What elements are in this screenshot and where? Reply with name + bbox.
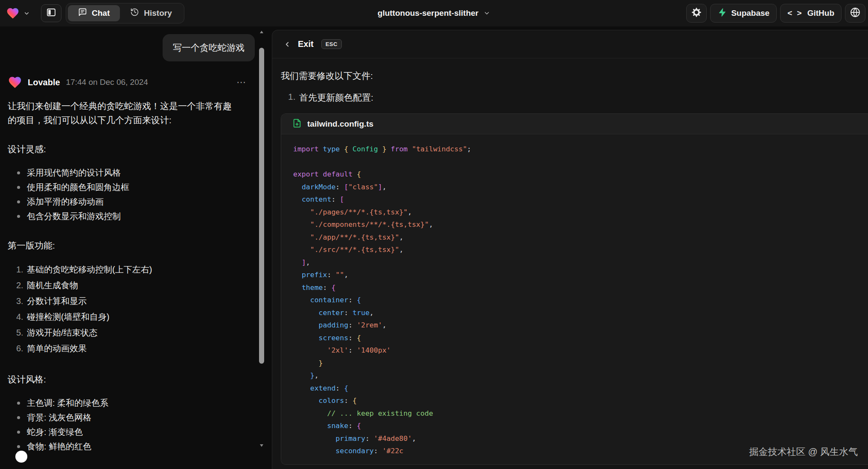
top-bar: Chat History gluttonous-serpent-slither — [0, 0, 868, 26]
recording-cursor-dot — [15, 451, 27, 463]
bullet-dot — [17, 171, 20, 174]
code-line: }, — [293, 369, 868, 382]
sidebar-toggle-button[interactable] — [41, 4, 61, 22]
list-item: 3.分数计算和显示 — [16, 293, 259, 309]
supabase-button[interactable]: Supabase — [710, 4, 777, 23]
gear-icon — [691, 7, 702, 20]
code-line: content: [ — [293, 193, 868, 206]
file-card-header[interactable]: tailwind.config.ts — [281, 114, 868, 134]
scrollbar-down-arrow[interactable] — [260, 444, 263, 447]
file-plus-icon — [292, 119, 302, 130]
code-block[interactable]: import type { Config } from "tailwindcss… — [281, 134, 868, 464]
code-line: prefix: "", — [293, 269, 868, 281]
lovable-logo-heart-icon[interactable] — [6, 6, 20, 20]
settings-button[interactable] — [686, 4, 707, 23]
chat-bubble-icon — [78, 8, 87, 19]
tab-chat-label: Chat — [92, 9, 110, 18]
code-line: '2xl': '1400px' — [293, 344, 868, 357]
code-line: // ... keep existing code — [293, 407, 868, 420]
bullet-dot — [17, 200, 20, 203]
code-line: screens: { — [293, 332, 868, 345]
intro-line: 的项目，我们可以从以下几个方面来设计: — [8, 113, 259, 127]
bullet-dot — [17, 445, 20, 448]
list-item: 添加平滑的移动动画 — [17, 194, 259, 209]
section-title-features: 第一版功能: — [8, 240, 259, 252]
chat-history-segmented-control: Chat History — [66, 3, 184, 23]
panel-left-icon — [46, 7, 56, 19]
globe-icon — [850, 7, 861, 20]
file-card: tailwind.config.ts import type { Config … — [281, 113, 868, 465]
code-line — [293, 156, 868, 168]
code-line: container: { — [293, 294, 868, 307]
code-line: export default { — [293, 168, 868, 181]
assistant-name: Lovable — [28, 78, 60, 87]
bullet-dot — [17, 431, 20, 434]
code-line: import type { Config } from "tailwindcss… — [293, 143, 868, 156]
list-item: 1.基础的贪吃蛇移动控制(上下左右) — [16, 262, 259, 278]
code-line: primary: '#4ade80', — [293, 432, 868, 445]
code-line: "./components/**/*.{ts,tsx}", — [293, 218, 868, 231]
github-button[interactable]: < > GitHub — [780, 4, 842, 23]
list-item: 4.碰撞检测(墙壁和自身) — [16, 309, 259, 325]
scrollbar-up-arrow[interactable] — [260, 31, 263, 33]
list-item: 主色调: 柔和的绿色系 — [17, 396, 259, 410]
project-name-menu[interactable]: gluttonous-serpent-slither — [378, 9, 490, 18]
code-line: colors: { — [293, 394, 868, 407]
code-line: "./pages/**/*.{ts,tsx}", — [293, 206, 868, 219]
code-line: snake: { — [293, 420, 868, 432]
scrollbar-thumb[interactable] — [259, 48, 264, 364]
watermark-text: 掘金技术社区 @ 风生水气 — [749, 446, 858, 458]
chat-panel: 写一个贪吃蛇游戏 Lovable 17:44 on Dec 06, 2024 ⋯… — [0, 26, 259, 469]
exit-button[interactable]: Exit — [298, 39, 314, 49]
section-title-inspiration: 设计灵感: — [8, 143, 259, 155]
list-item: 2.随机生成食物 — [16, 278, 259, 293]
step-text: 首先更新颜色配置: — [299, 92, 373, 104]
project-name: gluttonous-serpent-slither — [378, 9, 478, 18]
builder-body: 我们需要修改以下文件: 1. 首先更新颜色配置: tailwind.config… — [272, 58, 868, 465]
message-menu-dots[interactable]: ⋯ — [236, 77, 247, 88]
project-chevron-down-icon — [484, 10, 490, 17]
tab-history[interactable]: History — [120, 5, 182, 21]
chat-scrollbar[interactable] — [259, 26, 265, 469]
code-line: padding: '2rem', — [293, 319, 868, 332]
code-line: "./app/**/*.{ts,tsx}", — [293, 231, 868, 244]
list-item: 食物: 鲜艳的红色 — [17, 439, 259, 454]
message-timestamp: 17:44 on Dec 06, 2024 — [66, 78, 148, 87]
history-clock-icon — [130, 8, 139, 19]
bullet-dot — [17, 186, 20, 189]
bullet-dot — [17, 215, 20, 218]
bullet-dot — [17, 416, 20, 419]
lovable-avatar-heart-icon — [8, 75, 22, 90]
code-line: ], — [293, 256, 868, 269]
style-list: 主色调: 柔和的绿色系 背景: 浅灰色网格 蛇身: 渐变绿色 食物: 鲜艳的红色 — [8, 396, 259, 454]
code-line: center: true, — [293, 307, 868, 319]
list-item: 5.游戏开始/结束状态 — [16, 325, 259, 341]
supabase-label: Supabase — [731, 9, 769, 18]
publish-globe-button[interactable] — [845, 4, 865, 23]
list-item: 采用现代简约的设计风格 — [17, 165, 259, 180]
code-line: } — [293, 357, 868, 370]
list-item: 背景: 浅灰色网格 — [17, 410, 259, 425]
builder-step: 1. 首先更新颜色配置: — [281, 92, 868, 104]
tab-chat[interactable]: Chat — [68, 5, 120, 21]
code-line: theme: { — [293, 281, 868, 294]
chevron-left-icon[interactable] — [283, 41, 291, 48]
code-line: "./src/**/*.{ts,tsx}", — [293, 243, 868, 256]
intro-line: 让我们来创建一个经典的贪吃蛇游戏！这是一个非常有趣 — [8, 99, 259, 113]
bullet-dot — [17, 402, 20, 405]
code-brackets-icon: < > — [787, 9, 803, 18]
builder-header: Exit ESC — [272, 30, 868, 58]
main-content: 写一个贪吃蛇游戏 Lovable 17:44 on Dec 06, 2024 ⋯… — [0, 26, 868, 469]
github-label: GitHub — [807, 9, 834, 18]
user-message-bubble: 写一个贪吃蛇游戏 — [163, 34, 255, 61]
list-item: 6.简单的动画效果 — [16, 341, 259, 356]
builder-panel: Exit ESC 我们需要修改以下文件: 1. 首先更新颜色配置: tailwi… — [272, 30, 868, 469]
logo-chevron-down-icon[interactable] — [23, 10, 30, 17]
builder-intro-text: 我们需要修改以下文件: — [281, 69, 868, 82]
list-item: 使用柔和的颜色和圆角边框 — [17, 180, 259, 194]
section-title-style: 设计风格: — [8, 373, 259, 385]
inspiration-list: 采用现代简约的设计风格 使用柔和的颜色和圆角边框 添加平滑的移动动画 包含分数显… — [8, 165, 259, 223]
list-item: 蛇身: 渐变绿色 — [17, 425, 259, 439]
code-line: darkMode: ["class"], — [293, 181, 868, 194]
code-line: extend: { — [293, 382, 868, 395]
